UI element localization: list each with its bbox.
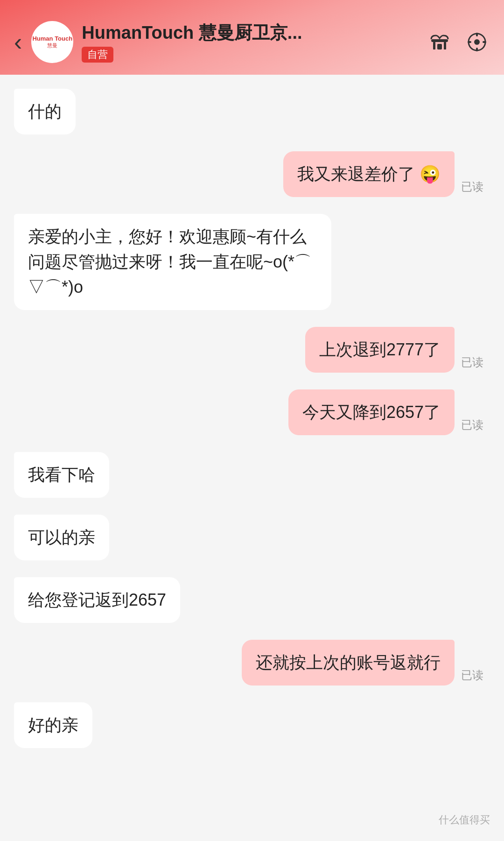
svg-rect-1 [433, 42, 435, 49]
message-row: 好的亲 [14, 702, 490, 748]
watermark: 什么值得买 [439, 813, 490, 827]
avatar-logo-text: Human Touch [32, 35, 72, 42]
chat-header: ‹ Human Touch 慧曼 HumanTouch 慧曼厨卫京... 自营 [0, 0, 504, 75]
message-row: 已读上次退到2777了 [14, 327, 490, 373]
svg-point-5 [474, 39, 480, 45]
svg-rect-3 [437, 44, 442, 49]
svg-rect-7 [476, 48, 478, 51]
shop-name: HumanTouch 慧曼厨卫京... [82, 21, 427, 44]
message-bubble: 亲爱的小主，您好！欢迎惠顾~有什么问题尽管抛过来呀！我一直在呢~o(*⌒▽⌒*)… [14, 214, 331, 310]
svg-rect-0 [431, 39, 448, 42]
svg-rect-9 [483, 41, 486, 43]
message-bubble: 上次退到2777了 [305, 327, 455, 373]
shop-icon[interactable] [427, 29, 453, 55]
header-icons [427, 29, 490, 55]
message-row: 我看下哈 [14, 452, 490, 498]
message-row: 给您登记返到2657 [14, 577, 490, 623]
shop-avatar: Human Touch 慧曼 [31, 21, 73, 63]
message-bubble: 好的亲 [14, 702, 92, 748]
message-row: 什的 [14, 89, 490, 134]
read-label: 已读 [461, 179, 483, 194]
message-bubble: 可以的亲 [14, 515, 109, 560]
settings-icon[interactable] [464, 29, 490, 55]
message-row: 亲爱的小主，您好！欢迎惠顾~有什么问题尽管抛过来呀！我一直在呢~o(*⌒▽⌒*)… [14, 214, 490, 310]
message-row: 可以的亲 [14, 515, 490, 560]
read-label: 已读 [461, 355, 483, 370]
message-bubble: 什的 [14, 89, 76, 134]
chat-area: 什的已读我又来退差价了 😜亲爱的小主，您好！欢迎惠顾~有什么问题尽管抛过来呀！我… [0, 75, 504, 841]
read-label: 已读 [461, 668, 483, 683]
message-row: 已读今天又降到2657了 [14, 389, 490, 435]
svg-rect-6 [476, 33, 478, 36]
svg-rect-2 [444, 42, 446, 49]
svg-rect-8 [468, 41, 471, 43]
shop-badge: 自营 [82, 47, 113, 63]
message-bubble: 给您登记返到2657 [14, 577, 180, 623]
message-bubble: 今天又降到2657了 [288, 389, 455, 435]
read-label: 已读 [461, 417, 483, 432]
back-button[interactable]: ‹ [14, 30, 22, 54]
message-row: 已读还就按上次的账号返就行 [14, 640, 490, 686]
shop-info: HumanTouch 慧曼厨卫京... 自营 [82, 21, 427, 62]
message-row: 已读我又来退差价了 😜 [14, 151, 490, 197]
message-bubble: 我又来退差价了 😜 [283, 151, 455, 197]
message-bubble: 我看下哈 [14, 452, 109, 498]
message-bubble: 还就按上次的账号返就行 [242, 640, 455, 686]
avatar-logo-sub: 慧曼 [47, 42, 57, 49]
